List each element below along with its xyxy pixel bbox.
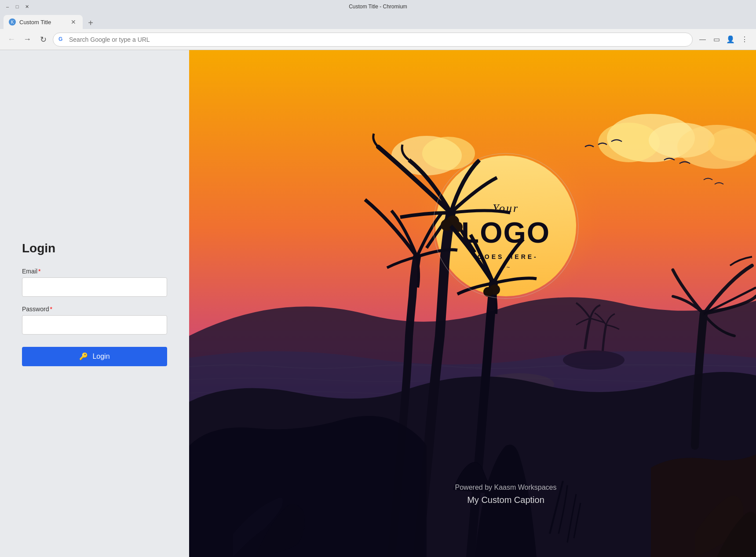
browser-content: Login Email* Password* 🔑 Login bbox=[0, 50, 756, 557]
svg-text:Your: Your bbox=[493, 202, 519, 215]
tab-label: Custom Title bbox=[19, 19, 66, 25]
login-title: Login bbox=[22, 241, 55, 255]
svg-text:Powered by Kaasm Workspaces: Powered by Kaasm Workspaces bbox=[455, 484, 557, 491]
chrome-window: – □ ✕ Custom Title - Chromium K Custom T… bbox=[0, 0, 756, 557]
url-input[interactable] bbox=[69, 36, 687, 43]
svg-text:LOGO: LOGO bbox=[461, 216, 550, 249]
login-button[interactable]: 🔑 Login bbox=[22, 347, 167, 366]
back-button[interactable]: ← bbox=[5, 33, 18, 46]
tab-favicon: K bbox=[9, 18, 16, 25]
lock-icon: 🔑 bbox=[79, 352, 88, 360]
email-required-star: * bbox=[38, 268, 40, 275]
maximize-button[interactable]: □ bbox=[13, 3, 21, 11]
sidebar-button[interactable]: ▭ bbox=[710, 33, 723, 46]
tab-bar: K Custom Title ✕ + bbox=[0, 13, 756, 29]
svg-text:-GOES HERE-: -GOES HERE- bbox=[473, 253, 538, 260]
window-title: Custom Title - Chromium bbox=[349, 4, 407, 10]
login-button-label: Login bbox=[92, 353, 110, 360]
google-icon: G bbox=[58, 36, 66, 43]
tropical-illustration: Your LOGO -GOES HERE- ~ ~ Powered by Kaa… bbox=[189, 50, 756, 557]
password-label: Password* bbox=[22, 306, 167, 313]
active-tab[interactable]: K Custom Title ✕ bbox=[4, 15, 83, 29]
svg-text:~ ~: ~ ~ bbox=[502, 264, 510, 270]
forward-button[interactable]: → bbox=[21, 33, 33, 46]
close-button[interactable]: ✕ bbox=[23, 3, 31, 11]
tab-close-button[interactable]: ✕ bbox=[69, 18, 77, 26]
svg-text:My Custom Caption: My Custom Caption bbox=[467, 495, 544, 505]
minimize-button[interactable]: – bbox=[4, 3, 11, 11]
extensions-button[interactable]: ⸻ bbox=[696, 33, 709, 46]
password-field-group: Password* bbox=[22, 306, 167, 335]
title-bar: – □ ✕ Custom Title - Chromium bbox=[0, 0, 756, 13]
svg-point-13 bbox=[441, 219, 452, 231]
login-panel: Login Email* Password* 🔑 Login bbox=[0, 50, 189, 557]
email-input[interactable] bbox=[22, 277, 167, 297]
password-input[interactable] bbox=[22, 315, 167, 335]
image-panel: Your LOGO -GOES HERE- ~ ~ Powered by Kaa… bbox=[189, 50, 756, 557]
menu-button[interactable]: ⋮ bbox=[738, 33, 751, 46]
svg-point-9 bbox=[422, 137, 475, 170]
profile-button[interactable]: 👤 bbox=[724, 33, 737, 46]
toolbar-actions: ⸻ ▭ 👤 ⋮ bbox=[696, 33, 751, 46]
password-required-star: * bbox=[50, 306, 52, 313]
new-tab-button[interactable]: + bbox=[84, 17, 97, 29]
address-bar[interactable]: G bbox=[53, 33, 693, 47]
email-label: Email* bbox=[22, 268, 167, 275]
title-bar-left: – □ ✕ bbox=[4, 3, 31, 11]
address-bar-row: ← → ↻ G ⸻ ▭ 👤 ⋮ bbox=[0, 29, 756, 50]
window-controls: – □ ✕ bbox=[4, 3, 31, 11]
reload-button[interactable]: ↻ bbox=[37, 33, 49, 46]
svg-point-17 bbox=[563, 350, 625, 370]
email-field-group: Email* bbox=[22, 268, 167, 297]
